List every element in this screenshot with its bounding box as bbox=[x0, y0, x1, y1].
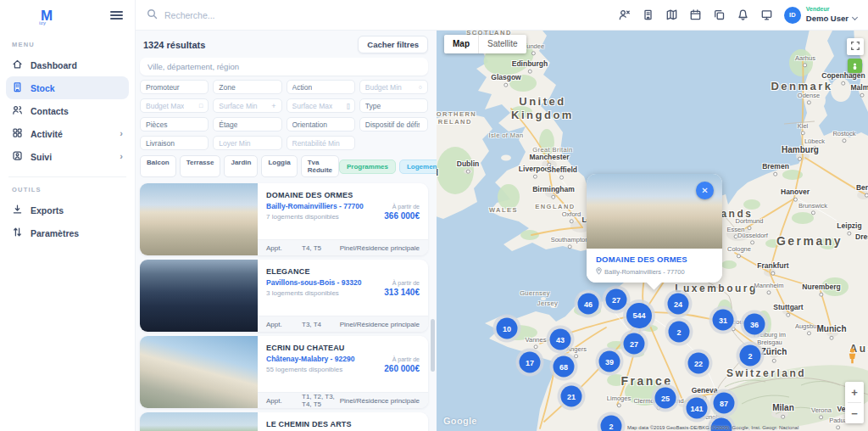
map-cluster-marker[interactable]: 2 bbox=[740, 345, 761, 367]
filter-field-label: Livraison bbox=[146, 139, 175, 148]
map-cluster-marker[interactable]: 24 bbox=[668, 294, 689, 315]
monitor-icon[interactable] bbox=[760, 8, 773, 21]
filter-field[interactable]: Dispositif de défiscalis bbox=[359, 117, 428, 132]
sidebar-item-dashboard[interactable]: Dashboard bbox=[6, 53, 129, 76]
avatar[interactable]: ID bbox=[784, 7, 801, 24]
listing-rooms: T4, T5 bbox=[302, 244, 340, 252]
map-cluster-marker[interactable]: 68 bbox=[554, 356, 575, 378]
view-toggles: ProgrammesLogements bbox=[339, 160, 437, 174]
listing-body: LE CHEMIN DES ARTS Asnières-sur-Seine - … bbox=[258, 412, 428, 431]
sidebar-item-suivi[interactable]: Suivi › bbox=[6, 145, 129, 168]
sidebar-item-contacts[interactable]: Contacts bbox=[6, 99, 129, 122]
map-cluster-marker[interactable]: 36 bbox=[744, 314, 765, 335]
filter-field-icon bbox=[271, 102, 275, 110]
filter-tag[interactable]: Terrasse bbox=[180, 155, 221, 177]
filter-field[interactable]: Orientation bbox=[287, 117, 355, 132]
sidebar-item-activite[interactable]: Activité › bbox=[6, 122, 129, 145]
building-icon[interactable] bbox=[642, 8, 654, 21]
topbar-actions: ID Vendeur Demo User bbox=[618, 6, 857, 24]
listing-card[interactable]: LE CHEMIN DES ARTS Asnières-sur-Seine - … bbox=[140, 412, 428, 431]
hide-filters-button[interactable]: Cacher filtres bbox=[358, 36, 428, 53]
filter-field[interactable]: Pièces bbox=[140, 117, 209, 132]
user-menu[interactable]: ID Vendeur Demo User bbox=[784, 6, 857, 24]
listing-card[interactable]: DOMAINE DES ORMES Bailly-Romainvilliers … bbox=[140, 183, 428, 255]
sidebar-section-menu: MENU bbox=[12, 41, 123, 48]
map-cluster-marker[interactable]: 27 bbox=[624, 333, 645, 355]
zoom-in-button[interactable]: + bbox=[845, 382, 864, 402]
filter-tag[interactable]: Balcon bbox=[140, 155, 176, 177]
filter-field-icon bbox=[347, 103, 349, 109]
list-scrollbar[interactable] bbox=[431, 319, 435, 372]
map-type-satellite-button[interactable]: Satellite bbox=[479, 35, 526, 53]
listing-body: ELEGANCE Pavillons-sous-Bois - 93320 3 l… bbox=[258, 260, 428, 332]
filter-field[interactable]: Livraison bbox=[140, 136, 209, 150]
map-cluster-marker[interactable]: 21 bbox=[561, 386, 582, 407]
sidebar-item-parametres[interactable]: Paramètres bbox=[6, 221, 129, 244]
map-cluster-marker[interactable]: 17 bbox=[520, 352, 541, 373]
map-type-map-button[interactable]: Map bbox=[444, 35, 478, 53]
hamburger-menu-icon[interactable] bbox=[110, 8, 123, 21]
map-cluster-marker[interactable]: 87 bbox=[714, 393, 735, 414]
user-x-icon[interactable] bbox=[618, 8, 631, 21]
agency-layer-button[interactable] bbox=[848, 59, 862, 73]
filter-field[interactable]: Surface Min bbox=[213, 98, 281, 113]
listing-card[interactable]: ECRIN DU CHATEAU Châtenay-Malabry - 9229… bbox=[140, 336, 428, 408]
sidebar-item-stock[interactable]: Stock bbox=[6, 76, 129, 99]
map-cluster-marker[interactable]: 43 bbox=[550, 329, 571, 350]
global-search bbox=[147, 8, 618, 23]
map-cluster-marker[interactable]: 39 bbox=[599, 351, 620, 372]
listing-title: DOMAINE DES ORMES bbox=[266, 191, 420, 199]
listing-rooms: T3, T4 bbox=[302, 321, 340, 328]
sidebar-item-label: Dashboard bbox=[31, 60, 77, 70]
filter-field[interactable]: Type bbox=[359, 98, 428, 113]
bell-icon[interactable] bbox=[737, 8, 749, 21]
filter-field[interactable]: Surface Max bbox=[287, 98, 355, 113]
filter-field-label: Dispositif de défiscalis bbox=[365, 120, 420, 129]
location-search-input[interactable] bbox=[140, 58, 428, 76]
filter-field[interactable]: Loyer Min bbox=[213, 136, 281, 150]
sidebar-item-exports[interactable]: Exports bbox=[6, 199, 129, 221]
view-toggle[interactable]: Programmes bbox=[339, 160, 396, 174]
map-icon[interactable] bbox=[665, 8, 678, 21]
map-cluster-marker[interactable]: 10 bbox=[497, 318, 518, 339]
brand-logo[interactable]: Mizy bbox=[41, 8, 53, 23]
filter-field[interactable]: Promoteur bbox=[140, 80, 209, 94]
filter-field[interactable]: Étage bbox=[213, 117, 281, 132]
filter-field[interactable]: Action bbox=[287, 80, 355, 94]
map-container[interactable]: SCOTLAND Dundee Edinburgh Glasgow United… bbox=[437, 31, 868, 431]
map-cluster-marker[interactable]: 2 bbox=[601, 416, 622, 431]
map-cluster-marker[interactable]: 141 bbox=[687, 398, 708, 419]
filter-field[interactable]: Budget Max bbox=[140, 98, 209, 113]
map-cluster-marker[interactable]: 22 bbox=[688, 353, 709, 374]
calendar-icon[interactable] bbox=[689, 8, 702, 21]
filter-field[interactable]: Zone bbox=[213, 80, 281, 94]
filter-tag[interactable]: Tva Réduite bbox=[301, 155, 339, 177]
listing-rooms: T1, T2, T3, T4, T5 bbox=[302, 393, 340, 408]
map-cluster-marker[interactable]: 46 bbox=[578, 294, 599, 315]
map-cluster-marker[interactable]: 27 bbox=[606, 289, 627, 311]
fullscreen-button[interactable] bbox=[847, 38, 864, 55]
map-popup[interactable]: ✕ DOMAINE DES ORMES Bailly-Romainvillier… bbox=[587, 174, 722, 283]
grid-icon bbox=[12, 127, 23, 140]
view-toggle[interactable]: Logements bbox=[399, 160, 437, 174]
map-cluster-marker[interactable]: 544 bbox=[626, 303, 652, 328]
pegman-icon[interactable] bbox=[847, 348, 858, 367]
zoom-out-button[interactable]: − bbox=[845, 403, 864, 423]
filter-field[interactable]: Rentabilité Min bbox=[287, 136, 355, 150]
sidebar-item-label: Contacts bbox=[31, 106, 69, 116]
filter-field-label: Promoteur bbox=[146, 83, 180, 92]
filter-field[interactable]: Budget Min bbox=[359, 80, 428, 94]
map-cluster-marker[interactable]: 31 bbox=[713, 310, 734, 331]
filter-field-icon bbox=[199, 103, 203, 109]
close-icon[interactable]: ✕ bbox=[696, 182, 714, 199]
map-cluster-marker[interactable]: 25 bbox=[655, 388, 676, 409]
listing-card[interactable]: ELEGANCE Pavillons-sous-Bois - 93320 3 l… bbox=[140, 260, 428, 332]
sidebar-header: Mizy bbox=[0, 0, 135, 31]
map-cluster-marker[interactable]: 2 bbox=[669, 322, 690, 343]
copy-icon[interactable] bbox=[713, 8, 726, 21]
search-input[interactable] bbox=[164, 10, 351, 20]
home-icon bbox=[12, 59, 23, 71]
filter-tag[interactable]: Loggia bbox=[261, 155, 297, 177]
sidebar-item-label: Paramètres bbox=[31, 228, 79, 238]
filter-tag[interactable]: Jardin bbox=[224, 155, 258, 177]
